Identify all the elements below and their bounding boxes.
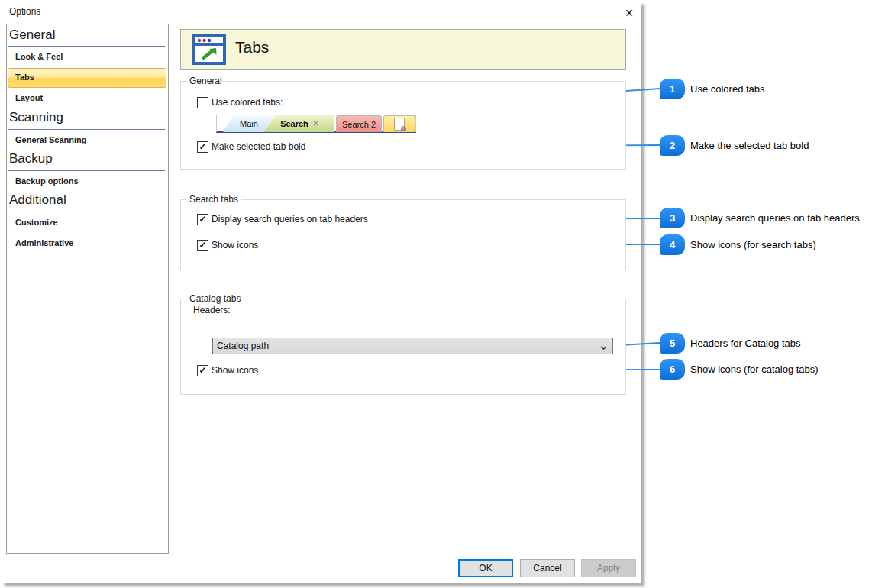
sidebar-section-additional: Additional: [9, 192, 66, 208]
sidebar-divider: [8, 170, 165, 171]
sidebar-item-customize[interactable]: Customize: [15, 218, 58, 227]
sidebar-item-look-and-feel[interactable]: Look & Feel: [15, 52, 63, 61]
cancel-button[interactable]: Cancel: [520, 559, 575, 577]
page-title: Tabs: [235, 38, 269, 57]
check-icon: ✓: [199, 143, 206, 151]
sidebar-section-backup: Backup: [9, 151, 53, 166]
preview-tab-document: [383, 115, 415, 132]
chevron-down-icon: [600, 344, 607, 351]
catalog-show-icons-checkbox[interactable]: ✓: [197, 365, 208, 376]
make-selected-bold-checkbox[interactable]: ✓: [197, 141, 208, 153]
preview-tab-main-label: Main: [240, 119, 258, 128]
use-colored-tabs-label[interactable]: Use colored tabs:: [212, 97, 283, 108]
sidebar-section-general: General: [9, 27, 55, 43]
document-icon: [394, 118, 405, 131]
search-tabs-groupbox: Search tabs: [180, 199, 626, 270]
use-colored-tabs-checkbox[interactable]: [197, 97, 208, 108]
tab-preview-strip: Main Search × Search 2: [216, 115, 416, 133]
callout-badge-1: 1: [660, 79, 685, 99]
preview-tab-search: Search ×: [264, 115, 334, 132]
check-icon: ✓: [199, 367, 206, 375]
callout-label-1: Use colored tabs: [690, 79, 765, 99]
sidebar-item-layout[interactable]: Layout: [15, 93, 43, 102]
catalog-headers-dropdown[interactable]: Catalog path: [212, 338, 613, 354]
headers-label: Headers:: [193, 305, 231, 315]
options-screen: Options ✕ General Look & Feel Tabs Layou…: [0, 0, 872, 588]
callout-badge-3: 3: [660, 208, 685, 228]
display-queries-label[interactable]: Display search queries on tab headers: [212, 214, 368, 225]
display-queries-checkbox[interactable]: ✓: [197, 214, 208, 225]
ok-button[interactable]: OK: [458, 559, 513, 577]
catalog-tabs-group-label: Catalog tabs: [186, 293, 244, 304]
sidebar-item-general-scanning[interactable]: General Scanning: [15, 135, 87, 144]
sidebar-item-tabs[interactable]: Tabs: [15, 73, 34, 82]
sidebar-panel: [6, 24, 169, 554]
general-group-label: General: [186, 76, 225, 86]
preview-tab-search2: Search 2: [336, 115, 382, 132]
preview-tab-search-label: Search: [280, 119, 308, 128]
callout-badge-4: 4: [660, 234, 685, 255]
check-icon: ✓: [199, 215, 206, 224]
search-show-icons-label[interactable]: Show icons: [212, 240, 258, 250]
callout-label-2: Make the selected tab bold: [690, 135, 809, 156]
sidebar-divider: [8, 46, 165, 47]
callout-badge-2: 2: [660, 135, 685, 156]
callout-label-3: Display search queries on tab headers: [690, 208, 860, 228]
tabs-window-icon: [192, 34, 226, 68]
window-title: Options: [9, 6, 40, 17]
callout-badge-5: 5: [660, 333, 685, 354]
catalog-headers-value: Catalog path: [217, 341, 269, 351]
callout-label-4: Show icons (for search tabs): [690, 234, 816, 255]
sidebar-item-backup-options[interactable]: Backup options: [15, 176, 79, 186]
sidebar-divider: [8, 212, 165, 212]
apply-button-disabled: Apply: [581, 559, 636, 577]
sidebar-divider: [8, 129, 165, 130]
callout-label-6: Show icons (for catalog tabs): [690, 359, 819, 380]
catalog-show-icons-label[interactable]: Show icons: [212, 365, 258, 376]
callout-label-5: Headers for Catalog tabs: [690, 333, 801, 354]
make-selected-bold-label[interactable]: Make selected tab bold: [212, 141, 305, 152]
search-tabs-group-label: Search tabs: [186, 194, 241, 205]
callout-badge-6: 6: [660, 359, 685, 380]
check-icon: ✓: [199, 241, 206, 250]
tab-close-icon: ×: [313, 118, 318, 129]
preview-tab-search2-label: Search 2: [342, 120, 376, 129]
sidebar-section-scanning: Scanning: [9, 110, 63, 125]
sidebar-item-administrative[interactable]: Administrative: [15, 238, 73, 247]
search-show-icons-checkbox[interactable]: ✓: [197, 240, 208, 251]
close-icon[interactable]: ✕: [620, 5, 638, 21]
